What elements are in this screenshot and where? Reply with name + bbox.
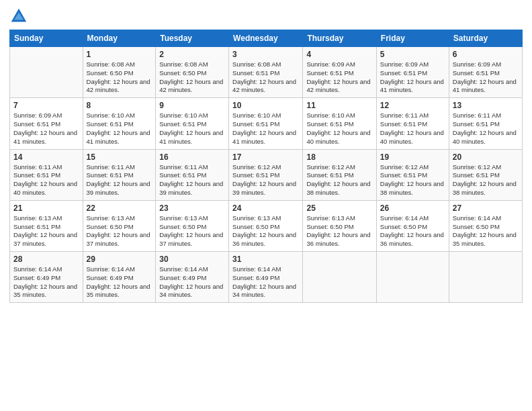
weekday-header-wednesday: Wednesday	[229, 30, 303, 47]
day-info: Sunrise: 6:10 AMSunset: 6:51 PMDaylight:…	[232, 111, 299, 146]
calendar-cell	[449, 252, 522, 303]
day-info: Sunrise: 6:13 AMSunset: 6:50 PMDaylight:…	[159, 214, 225, 248]
calendar-cell: 12 Sunrise: 6:11 AMSunset: 6:51 PMDaylig…	[376, 98, 449, 149]
day-number: 15	[87, 152, 152, 162]
calendar-cell: 1 Sunrise: 6:08 AMSunset: 6:50 PMDayligh…	[83, 47, 156, 98]
calendar-week-row: 1 Sunrise: 6:08 AMSunset: 6:50 PMDayligh…	[10, 47, 523, 98]
calendar-cell: 11 Sunrise: 6:10 AMSunset: 6:51 PMDaylig…	[303, 98, 376, 149]
day-number: 2	[159, 50, 225, 59]
day-info: Sunrise: 6:10 AMSunset: 6:51 PMDaylight:…	[159, 111, 225, 146]
day-info: Sunrise: 6:13 AMSunset: 6:50 PMDaylight:…	[306, 214, 372, 248]
logo-icon	[9, 7, 28, 26]
calendar-cell: 13 Sunrise: 6:11 AMSunset: 6:51 PMDaylig…	[449, 98, 522, 149]
calendar-cell: 8 Sunrise: 6:10 AMSunset: 6:51 PMDayligh…	[83, 98, 156, 149]
calendar-cell: 18 Sunrise: 6:12 AMSunset: 6:51 PMDaylig…	[303, 149, 376, 200]
day-info: Sunrise: 6:12 AMSunset: 6:51 PMDaylight:…	[380, 163, 445, 197]
day-info: Sunrise: 6:14 AMSunset: 6:50 PMDaylight:…	[380, 214, 445, 248]
calendar-cell: 22 Sunrise: 6:13 AMSunset: 6:50 PMDaylig…	[83, 200, 156, 251]
day-number: 6	[453, 50, 519, 59]
day-number: 1	[87, 50, 152, 59]
day-number: 21	[13, 203, 79, 213]
page: SundayMondayTuesdayWednesdayThursdayFrid…	[0, 0, 532, 411]
weekday-header-friday: Friday	[376, 30, 449, 47]
day-number: 23	[159, 203, 225, 213]
calendar-cell: 21 Sunrise: 6:13 AMSunset: 6:51 PMDaylig…	[10, 200, 83, 251]
day-number: 16	[159, 152, 225, 162]
calendar-cell: 4 Sunrise: 6:09 AMSunset: 6:51 PMDayligh…	[303, 47, 376, 98]
day-number: 19	[380, 152, 445, 162]
calendar-cell	[376, 252, 449, 303]
day-number: 12	[380, 101, 445, 110]
day-number: 13	[453, 101, 519, 110]
day-number: 18	[306, 152, 372, 162]
weekday-header-saturday: Saturday	[449, 30, 522, 47]
day-info: Sunrise: 6:10 AMSunset: 6:51 PMDaylight:…	[306, 111, 372, 146]
calendar: SundayMondayTuesdayWednesdayThursdayFrid…	[9, 30, 523, 303]
calendar-cell: 14 Sunrise: 6:11 AMSunset: 6:51 PMDaylig…	[10, 149, 83, 200]
calendar-cell	[10, 47, 83, 98]
day-number: 27	[453, 203, 519, 213]
day-number: 31	[232, 255, 299, 264]
weekday-header-thursday: Thursday	[303, 30, 376, 47]
day-number: 5	[380, 50, 445, 59]
day-info: Sunrise: 6:12 AMSunset: 6:51 PMDaylight:…	[232, 163, 299, 197]
header	[9, 7, 523, 26]
day-info: Sunrise: 6:14 AMSunset: 6:50 PMDaylight:…	[453, 214, 519, 248]
day-number: 29	[87, 255, 152, 264]
calendar-cell: 31 Sunrise: 6:14 AMSunset: 6:49 PMDaylig…	[229, 252, 303, 303]
calendar-week-row: 14 Sunrise: 6:11 AMSunset: 6:51 PMDaylig…	[10, 149, 523, 200]
calendar-cell: 27 Sunrise: 6:14 AMSunset: 6:50 PMDaylig…	[449, 200, 522, 251]
calendar-week-row: 21 Sunrise: 6:13 AMSunset: 6:51 PMDaylig…	[10, 200, 523, 251]
day-number: 9	[159, 101, 225, 110]
calendar-header-row: SundayMondayTuesdayWednesdayThursdayFrid…	[10, 30, 523, 47]
day-info: Sunrise: 6:12 AMSunset: 6:51 PMDaylight:…	[453, 163, 519, 197]
day-number: 30	[159, 255, 225, 264]
day-info: Sunrise: 6:14 AMSunset: 6:49 PMDaylight:…	[87, 265, 152, 300]
day-info: Sunrise: 6:13 AMSunset: 6:50 PMDaylight:…	[232, 214, 299, 248]
calendar-cell: 16 Sunrise: 6:11 AMSunset: 6:51 PMDaylig…	[156, 149, 229, 200]
calendar-cell: 10 Sunrise: 6:10 AMSunset: 6:51 PMDaylig…	[229, 98, 303, 149]
day-number: 22	[87, 203, 152, 213]
day-number: 7	[13, 101, 79, 110]
day-number: 11	[306, 101, 372, 110]
calendar-cell: 28 Sunrise: 6:14 AMSunset: 6:49 PMDaylig…	[10, 252, 83, 303]
day-info: Sunrise: 6:09 AMSunset: 6:51 PMDaylight:…	[453, 60, 519, 95]
day-info: Sunrise: 6:12 AMSunset: 6:51 PMDaylight:…	[306, 163, 372, 197]
calendar-week-row: 7 Sunrise: 6:09 AMSunset: 6:51 PMDayligh…	[10, 98, 523, 149]
day-info: Sunrise: 6:08 AMSunset: 6:51 PMDaylight:…	[232, 60, 299, 95]
day-info: Sunrise: 6:13 AMSunset: 6:51 PMDaylight:…	[13, 214, 79, 248]
calendar-cell: 24 Sunrise: 6:13 AMSunset: 6:50 PMDaylig…	[229, 200, 303, 251]
calendar-cell: 7 Sunrise: 6:09 AMSunset: 6:51 PMDayligh…	[10, 98, 83, 149]
calendar-cell: 3 Sunrise: 6:08 AMSunset: 6:51 PMDayligh…	[229, 47, 303, 98]
day-number: 20	[453, 152, 519, 162]
logo	[9, 7, 30, 26]
day-number: 14	[13, 152, 79, 162]
day-info: Sunrise: 6:09 AMSunset: 6:51 PMDaylight:…	[306, 60, 372, 95]
day-number: 4	[306, 50, 372, 59]
weekday-header-tuesday: Tuesday	[156, 30, 229, 47]
day-number: 28	[13, 255, 79, 264]
day-info: Sunrise: 6:13 AMSunset: 6:50 PMDaylight:…	[87, 214, 152, 248]
calendar-cell: 26 Sunrise: 6:14 AMSunset: 6:50 PMDaylig…	[376, 200, 449, 251]
calendar-week-row: 28 Sunrise: 6:14 AMSunset: 6:49 PMDaylig…	[10, 252, 523, 303]
day-info: Sunrise: 6:10 AMSunset: 6:51 PMDaylight:…	[87, 111, 152, 146]
day-number: 17	[232, 152, 299, 162]
day-number: 3	[232, 50, 299, 59]
day-number: 25	[306, 203, 372, 213]
day-info: Sunrise: 6:11 AMSunset: 6:51 PMDaylight:…	[159, 163, 225, 197]
calendar-cell: 9 Sunrise: 6:10 AMSunset: 6:51 PMDayligh…	[156, 98, 229, 149]
calendar-cell: 15 Sunrise: 6:11 AMSunset: 6:51 PMDaylig…	[83, 149, 156, 200]
day-info: Sunrise: 6:14 AMSunset: 6:49 PMDaylight:…	[13, 265, 79, 300]
day-info: Sunrise: 6:09 AMSunset: 6:51 PMDaylight:…	[13, 111, 79, 146]
day-info: Sunrise: 6:14 AMSunset: 6:49 PMDaylight:…	[159, 265, 225, 300]
day-number: 26	[380, 203, 445, 213]
weekday-header-monday: Monday	[83, 30, 156, 47]
day-number: 24	[232, 203, 299, 213]
calendar-cell: 23 Sunrise: 6:13 AMSunset: 6:50 PMDaylig…	[156, 200, 229, 251]
calendar-cell: 30 Sunrise: 6:14 AMSunset: 6:49 PMDaylig…	[156, 252, 229, 303]
day-info: Sunrise: 6:11 AMSunset: 6:51 PMDaylight:…	[453, 111, 519, 146]
day-info: Sunrise: 6:11 AMSunset: 6:51 PMDaylight:…	[13, 163, 79, 197]
day-info: Sunrise: 6:09 AMSunset: 6:51 PMDaylight:…	[380, 60, 445, 95]
calendar-cell: 5 Sunrise: 6:09 AMSunset: 6:51 PMDayligh…	[376, 47, 449, 98]
day-info: Sunrise: 6:08 AMSunset: 6:50 PMDaylight:…	[159, 60, 225, 95]
